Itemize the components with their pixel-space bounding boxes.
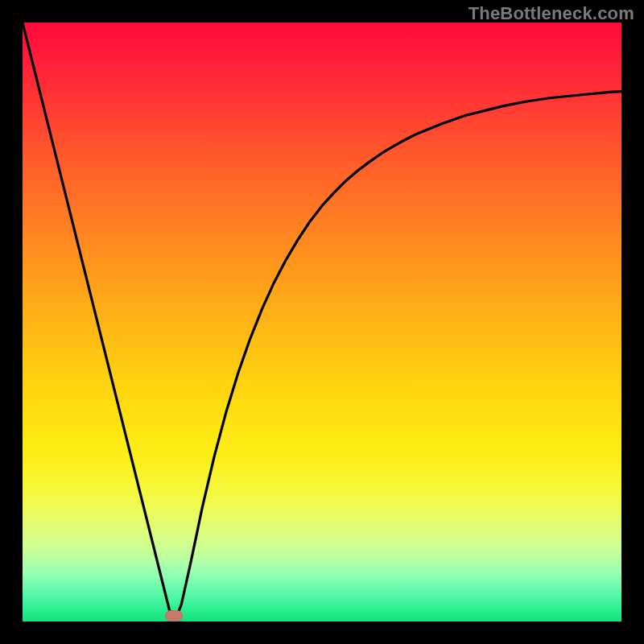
curve-path xyxy=(23,23,621,616)
bottleneck-curve xyxy=(23,23,621,621)
plot-area xyxy=(23,23,621,621)
chart-stage: TheBottleneck.com xyxy=(0,0,644,644)
min-marker xyxy=(165,610,183,621)
watermark-text: TheBottleneck.com xyxy=(469,3,634,24)
